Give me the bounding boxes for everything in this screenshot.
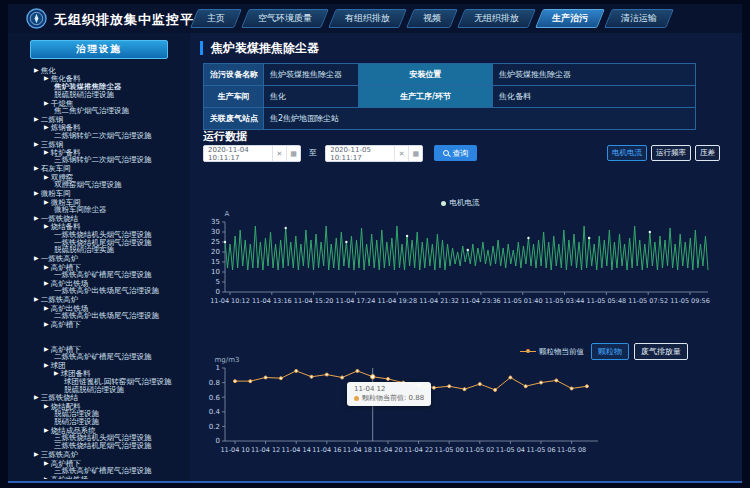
date-to-input[interactable]: 2020-11-05 10:11:17 [326, 146, 394, 161]
tooltip-value-text: 颗粒物当前值: 0.88 [362, 394, 424, 402]
tree-expand-icon[interactable]: ▶ [44, 320, 49, 328]
tree-expand-icon[interactable]: ▶ [44, 222, 49, 230]
nav-item-label: 有组织排放 [345, 12, 390, 25]
section-title: 运行数据 [203, 129, 247, 144]
tree-leaf[interactable]: 二炼铁高炉矿槽尾气治理设施 [8, 353, 190, 361]
tree-expand-icon[interactable]: ▶ [44, 173, 49, 181]
chart1-legend[interactable]: 电机电流 [190, 198, 730, 208]
tree-expand-icon[interactable]: ▶ [44, 426, 49, 434]
tree-expand-icon[interactable]: ▶ [44, 402, 49, 410]
nav-item-0[interactable]: 主页 [190, 9, 242, 28]
tree-leaf[interactable]: 三炼钢转炉二次烟气治理设施 [8, 156, 190, 164]
tree-expand-icon[interactable]: ▶ [34, 450, 39, 458]
date-to-calendar-icon[interactable]: ▦ [408, 146, 422, 161]
svg-text:15: 15 [211, 258, 220, 266]
tree-leaf[interactable]: 脱硫治理设施 [8, 410, 190, 418]
tree-leaf[interactable]: 一炼铁高炉出铁场尾气治理设施 [8, 287, 190, 295]
tree-expand-icon[interactable]: ▶ [34, 189, 39, 197]
svg-text:5: 5 [216, 278, 220, 286]
tree-expand-icon[interactable]: ▶ [44, 123, 49, 131]
tree-node[interactable]: ▶三炼铁高炉 [8, 450, 190, 458]
tree-leaf[interactable]: 脱硫脱硝治理设施 [8, 386, 190, 394]
tree-leaf[interactable]: 脱硫脱硝治理实施 [8, 246, 190, 254]
nav-item-3[interactable]: 视频 [406, 9, 458, 28]
metric-button-0[interactable]: 电机电流 [607, 145, 647, 161]
nav-item-4[interactable]: 无组织排放 [457, 9, 536, 28]
nav-item-2[interactable]: 有组织排放 [328, 9, 407, 28]
svg-text:20: 20 [211, 248, 220, 256]
tree-node[interactable]: ▶二炼铁高炉 [8, 295, 190, 303]
platform-logo-icon [26, 8, 47, 29]
tree-expand-icon[interactable]: ▶ [44, 279, 49, 287]
sidebar-header-button[interactable]: 治理设施 [30, 40, 168, 59]
svg-text:11-04 15:20: 11-04 15:20 [294, 297, 334, 305]
search-icon [443, 150, 449, 156]
nav-item-6[interactable]: 清洁运输 [604, 9, 674, 28]
tree-expand-icon[interactable]: ▶ [44, 99, 49, 107]
tree-node[interactable]: ▶一炼铁烧结 [8, 214, 190, 222]
tree-expand-icon[interactable]: ▶ [44, 263, 49, 271]
tree-node[interactable]: ▶高炉槽下 [8, 320, 190, 328]
pollutant-button-1[interactable]: 废气排放量 [634, 343, 688, 360]
nav-item-5[interactable]: 生产治污 [535, 9, 605, 28]
tree-node[interactable]: ▶石灰车间 [8, 164, 190, 172]
date-from-clear-icon[interactable]: ✕ [272, 146, 286, 161]
metric-button-1[interactable]: 运行频率 [651, 145, 691, 161]
tree-expand-icon[interactable]: ▶ [34, 295, 39, 303]
tree-leaf[interactable]: 微粉车间除尘器 [8, 206, 190, 214]
tree-leaf[interactable]: 二炼钢转炉二次烟气治理设施 [8, 132, 190, 140]
tree-expand-icon[interactable]: ▶ [34, 254, 39, 262]
tree-expand-icon[interactable]: ▶ [44, 361, 49, 369]
tree-node[interactable]: ▶三炼铁烧结 [8, 393, 190, 401]
tree-expand-icon[interactable]: ▶ [44, 475, 49, 479]
tooltip-series-dot-icon [354, 396, 359, 401]
tree-node[interactable]: ▶一炼铁高炉 [8, 254, 190, 262]
motor-current-chart[interactable]: 05101520253035A11-04 10:1211-04 13:1611-… [198, 209, 738, 317]
table-label-cell: 安装位置 [359, 64, 493, 86]
tree-expand-icon[interactable]: ▶ [34, 393, 39, 401]
tree-leaf[interactable]: 三炼铁烧结机尾烟气治理设施 [8, 442, 190, 450]
nav-item-label: 主页 [207, 12, 225, 25]
metric-toggle-group: 电机电流运行频率压差 [607, 145, 720, 161]
tree-leaf[interactable]: 脱硫脱硝治理设施 [8, 91, 190, 99]
date-to-clear-icon[interactable]: ✕ [394, 146, 408, 161]
chart1-legend-label: 电机电流 [450, 198, 480, 208]
particulate-chart[interactable]: 00.20.40.60.81mg/m311-04 1011-04 1211-04… [198, 351, 628, 463]
nav-item-1[interactable]: 空气环境质量 [241, 9, 329, 28]
tree-leaf[interactable]: 二炼铁高炉出铁场尾气治理设施 [8, 312, 190, 320]
tree-node[interactable]: ▶微粉车间 [8, 189, 190, 197]
date-from-input[interactable]: 2020-11-04 10:11:17 [204, 146, 272, 161]
svg-text:11-04 21:32: 11-04 21:32 [419, 297, 459, 305]
svg-text:11-04 13:16: 11-04 13:16 [252, 297, 292, 305]
tree-expand-icon[interactable]: ▶ [34, 140, 39, 148]
tree-node[interactable]: ▶烧结配料 [8, 402, 190, 410]
tree-expand-icon[interactable]: ▶ [34, 164, 39, 172]
tree-expand-icon[interactable]: ▶ [44, 304, 49, 312]
tree-expand-icon[interactable]: ▶ [34, 66, 39, 74]
tree-node[interactable]: ▶高炉出铁场 [8, 475, 190, 479]
tree-expand-icon[interactable]: ▶ [44, 148, 49, 156]
svg-text:mg/m3: mg/m3 [215, 356, 240, 364]
query-button[interactable]: 查询 [434, 145, 477, 161]
tree-expand-icon[interactable]: ▶ [44, 345, 49, 353]
tree-expand-icon[interactable]: ▶ [34, 214, 39, 222]
tree-expand-icon[interactable]: ▶ [34, 115, 39, 123]
query-controls: 2020-11-04 10:11:17✕▦ 至 2020-11-05 10:11… [203, 145, 742, 163]
tree-expand-icon[interactable]: ▶ [54, 369, 59, 377]
tree-node[interactable]: ▶三炼钢 [8, 140, 190, 148]
tree-node[interactable]: ▶二炼钢 [8, 115, 190, 123]
tree-leaf[interactable]: 一炼铁高炉矿槽尾气治理设施 [8, 271, 190, 279]
tree-leaf[interactable]: 脱硝治理设施 [8, 418, 190, 426]
tree-node[interactable]: ▶球团 [8, 361, 190, 369]
metric-button-2[interactable]: 压差 [695, 145, 720, 161]
tree-expand-icon[interactable]: ▶ [44, 198, 49, 206]
date-from-calendar-icon[interactable]: ▦ [286, 146, 300, 161]
tree-node[interactable]: ▶焦化 [8, 66, 190, 74]
table-row: 治污设备名称焦炉装煤推焦除尘器安装位置焦炉装煤推焦除尘器 [204, 64, 696, 86]
tree-leaf[interactable]: 焦二焦炉烟气治理设施 [8, 107, 190, 115]
tree-expand-icon[interactable]: ▶ [44, 459, 49, 467]
tree-item-label: 焦二焦炉烟气治理设施 [54, 106, 129, 115]
tree-leaf[interactable]: 双膛窑烟气治理设施 [8, 181, 190, 189]
tree-leaf[interactable]: 三炼铁高炉矿槽尾气治理设施 [8, 467, 190, 475]
tree-expand-icon[interactable]: ▶ [44, 74, 49, 82]
